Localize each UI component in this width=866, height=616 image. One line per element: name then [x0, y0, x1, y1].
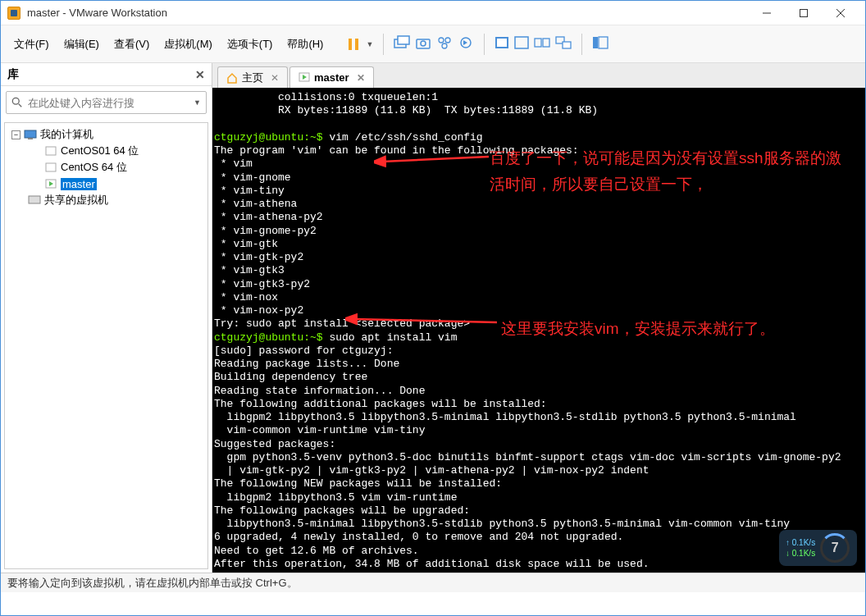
search-dropdown-icon[interactable]: ▼	[194, 98, 201, 107]
svg-point-10	[439, 38, 444, 43]
svg-rect-16	[515, 37, 528, 48]
svg-rect-17	[535, 39, 541, 47]
tab-home-label: 主页	[242, 71, 263, 85]
svg-rect-25	[25, 130, 36, 138]
menu-file[interactable]: 文件(F)	[7, 34, 56, 55]
tree-item-label: CentOS01 64 位	[61, 144, 139, 158]
tab-close-icon[interactable]: ✕	[271, 72, 279, 84]
svg-rect-27	[46, 147, 56, 155]
snapshot-manager-icon[interactable]	[436, 35, 453, 52]
net-down-speed: ↓ 0.1K/s	[786, 549, 815, 558]
menu-vm[interactable]: 虚拟机(M)	[157, 34, 219, 55]
sidebar: 库 ✕ ▼ − 我的计算机 CentOS01 64 位 CentOS 64 位	[1, 63, 212, 573]
multimon-icon[interactable]	[555, 36, 572, 52]
pause-icon[interactable]	[346, 37, 361, 52]
svg-rect-4	[349, 39, 352, 50]
svg-rect-18	[543, 39, 549, 47]
tab-master[interactable]: master ✕	[289, 66, 374, 88]
collapse-icon[interactable]: −	[11, 130, 21, 139]
svg-rect-15	[497, 39, 507, 47]
vm-icon	[44, 145, 57, 157]
menu-edit[interactable]: 编辑(E)	[57, 34, 106, 55]
tree-root-label: 我的计算机	[40, 127, 93, 142]
content-area: 主页 ✕ master ✕ collisions:0 txqueuelen:1 …	[212, 63, 865, 573]
svg-line-24	[19, 104, 22, 107]
svg-rect-1	[800, 9, 807, 16]
tab-bar: 主页 ✕ master ✕	[212, 63, 865, 88]
vm-icon	[44, 162, 57, 173]
toolbar: ▼	[346, 34, 608, 55]
svg-point-23	[12, 98, 19, 104]
home-icon	[226, 72, 238, 84]
unity-icon[interactable]	[534, 36, 550, 52]
tree-item-master[interactable]: master	[8, 176, 204, 192]
tree-shared-vms[interactable]: 共享的虚拟机	[8, 192, 204, 208]
status-text: 要将输入定向到该虚拟机，请在虚拟机内部单击或按 Ctrl+G。	[7, 576, 298, 591]
tab-home[interactable]: 主页 ✕	[217, 66, 288, 88]
tree-item-label: CentOS 64 位	[61, 160, 127, 175]
menu-tabs[interactable]: 选项卡(T)	[221, 34, 280, 55]
svg-rect-30	[29, 196, 40, 203]
fit-guest-icon[interactable]	[495, 36, 509, 52]
search-input[interactable]	[28, 97, 189, 109]
menu-help[interactable]: 帮助(H)	[280, 34, 330, 55]
sidebar-close-icon[interactable]: ✕	[195, 68, 205, 81]
search-icon	[11, 97, 23, 108]
fullscreen-icon[interactable]	[514, 36, 529, 52]
computer-icon	[24, 129, 37, 140]
titlebar: master - VMware Workstation	[1, 1, 865, 25]
svg-point-9	[421, 41, 426, 46]
console-terminal[interactable]: collisions:0 txqueuelen:1 RX bytes:11889…	[212, 88, 865, 573]
sidebar-title: 库	[7, 67, 19, 82]
library-tree[interactable]: − 我的计算机 CentOS01 64 位 CentOS 64 位 master…	[4, 122, 208, 569]
tree-root-mycomputer[interactable]: − 我的计算机	[8, 126, 204, 143]
network-widget: ↑ 0.1K/s ↓ 0.1K/s 7	[779, 530, 857, 566]
svg-rect-7	[398, 36, 409, 44]
window-title: master - VMware Workstation	[27, 7, 748, 19]
tree-shared-label: 共享的虚拟机	[44, 193, 108, 208]
maximize-button[interactable]	[785, 2, 822, 25]
tab-close-icon[interactable]: ✕	[357, 72, 365, 84]
tree-item-centos01[interactable]: CentOS01 64 位	[8, 143, 204, 159]
statusbar: 要将输入定向到该虚拟机，请在虚拟机内部单击或按 Ctrl+G。	[1, 573, 865, 592]
net-up-speed: ↑ 0.1K/s	[786, 538, 815, 547]
net-percent: 7	[820, 533, 850, 563]
send-ctrlaltdel-icon[interactable]	[394, 35, 410, 52]
svg-rect-20	[563, 42, 571, 48]
vm-running-icon	[44, 178, 57, 189]
close-button[interactable]	[822, 2, 859, 25]
menubar: 文件(F) 编辑(E) 查看(V) 虚拟机(M) 选项卡(T) 帮助(H)	[7, 34, 330, 55]
tab-master-label: master	[314, 71, 349, 84]
vm-running-icon	[299, 72, 310, 84]
svg-rect-5	[355, 39, 358, 50]
revert-snapshot-icon[interactable]	[458, 35, 474, 52]
tree-item-label: master	[61, 178, 97, 190]
search-box[interactable]: ▼	[6, 91, 207, 114]
svg-rect-21	[593, 37, 598, 48]
svg-rect-28	[46, 163, 56, 171]
shared-icon	[28, 194, 41, 206]
minimize-button[interactable]	[748, 2, 785, 25]
tree-item-centos[interactable]: CentOS 64 位	[8, 159, 204, 176]
vmware-icon	[7, 7, 21, 20]
menu-view[interactable]: 查看(V)	[107, 34, 156, 55]
svg-point-12	[442, 43, 447, 48]
svg-point-11	[445, 38, 450, 43]
library-toggle-icon[interactable]	[592, 36, 608, 52]
snapshot-icon[interactable]	[415, 35, 431, 52]
svg-rect-26	[28, 138, 33, 139]
svg-rect-22	[599, 37, 608, 48]
